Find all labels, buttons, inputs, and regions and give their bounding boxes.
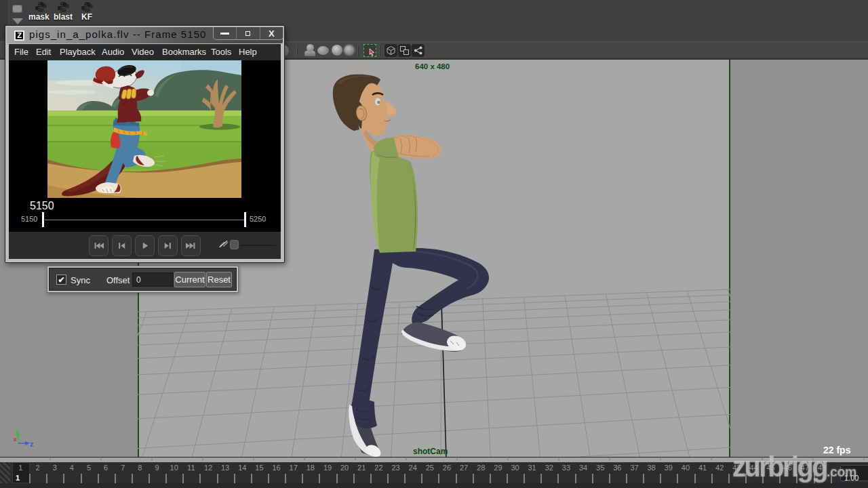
svg-text:y: y [15,427,20,435]
svg-text:x: x [14,436,17,443]
svg-text:z: z [30,440,34,448]
